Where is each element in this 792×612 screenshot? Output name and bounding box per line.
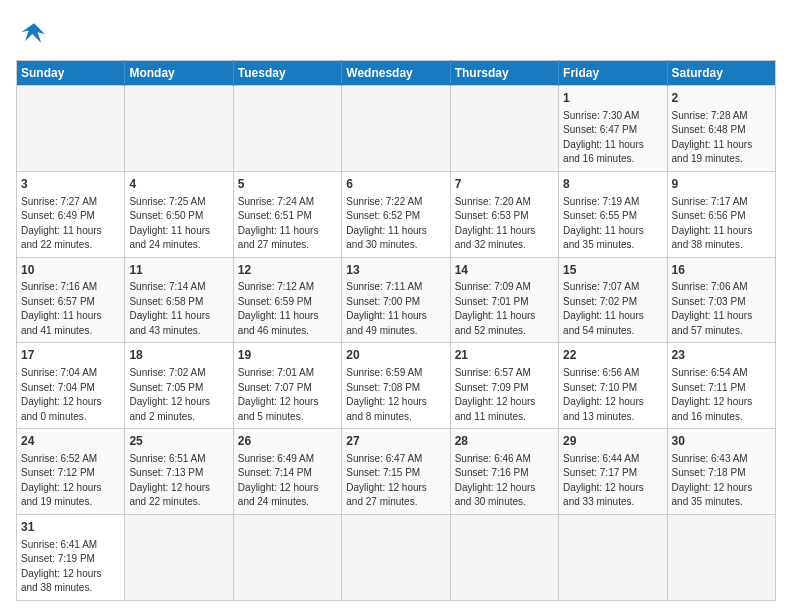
calendar-day-cell: 10Sunrise: 7:16 AM Sunset: 6:57 PM Dayli…	[17, 257, 125, 343]
calendar-day-cell	[667, 514, 775, 600]
day-info: Sunrise: 7:14 AM Sunset: 6:58 PM Dayligh…	[129, 280, 228, 338]
weekday-header-row: SundayMondayTuesdayWednesdayThursdayFrid…	[17, 61, 776, 86]
day-info: Sunrise: 7:28 AM Sunset: 6:48 PM Dayligh…	[672, 109, 771, 167]
day-info: Sunrise: 7:04 AM Sunset: 7:04 PM Dayligh…	[21, 366, 120, 424]
day-info: Sunrise: 6:56 AM Sunset: 7:10 PM Dayligh…	[563, 366, 662, 424]
calendar-day-cell: 22Sunrise: 6:56 AM Sunset: 7:10 PM Dayli…	[559, 343, 667, 429]
calendar-day-cell: 17Sunrise: 7:04 AM Sunset: 7:04 PM Dayli…	[17, 343, 125, 429]
day-info: Sunrise: 7:27 AM Sunset: 6:49 PM Dayligh…	[21, 195, 120, 253]
day-number: 16	[672, 262, 771, 279]
day-info: Sunrise: 7:11 AM Sunset: 7:00 PM Dayligh…	[346, 280, 445, 338]
day-number: 4	[129, 176, 228, 193]
calendar-day-cell	[342, 86, 450, 172]
day-number: 31	[21, 519, 120, 536]
day-number: 5	[238, 176, 337, 193]
day-number: 7	[455, 176, 554, 193]
calendar-week-row: 1Sunrise: 7:30 AM Sunset: 6:47 PM Daylig…	[17, 86, 776, 172]
weekday-header: Tuesday	[233, 61, 341, 86]
calendar-day-cell: 16Sunrise: 7:06 AM Sunset: 7:03 PM Dayli…	[667, 257, 775, 343]
calendar-day-cell: 30Sunrise: 6:43 AM Sunset: 7:18 PM Dayli…	[667, 429, 775, 515]
day-info: Sunrise: 6:54 AM Sunset: 7:11 PM Dayligh…	[672, 366, 771, 424]
logo-icon	[16, 16, 52, 52]
day-number: 2	[672, 90, 771, 107]
calendar-day-cell	[450, 86, 558, 172]
calendar-day-cell: 4Sunrise: 7:25 AM Sunset: 6:50 PM Daylig…	[125, 171, 233, 257]
day-info: Sunrise: 7:20 AM Sunset: 6:53 PM Dayligh…	[455, 195, 554, 253]
day-info: Sunrise: 7:01 AM Sunset: 7:07 PM Dayligh…	[238, 366, 337, 424]
calendar-table: SundayMondayTuesdayWednesdayThursdayFrid…	[16, 60, 776, 601]
day-number: 8	[563, 176, 662, 193]
calendar-week-row: 31Sunrise: 6:41 AM Sunset: 7:19 PM Dayli…	[17, 514, 776, 600]
logo	[16, 16, 56, 52]
day-number: 18	[129, 347, 228, 364]
calendar-day-cell: 9Sunrise: 7:17 AM Sunset: 6:56 PM Daylig…	[667, 171, 775, 257]
calendar-day-cell: 29Sunrise: 6:44 AM Sunset: 7:17 PM Dayli…	[559, 429, 667, 515]
day-info: Sunrise: 7:06 AM Sunset: 7:03 PM Dayligh…	[672, 280, 771, 338]
calendar-day-cell: 7Sunrise: 7:20 AM Sunset: 6:53 PM Daylig…	[450, 171, 558, 257]
day-info: Sunrise: 7:16 AM Sunset: 6:57 PM Dayligh…	[21, 280, 120, 338]
day-number: 21	[455, 347, 554, 364]
day-info: Sunrise: 7:12 AM Sunset: 6:59 PM Dayligh…	[238, 280, 337, 338]
calendar-day-cell: 21Sunrise: 6:57 AM Sunset: 7:09 PM Dayli…	[450, 343, 558, 429]
calendar-day-cell: 11Sunrise: 7:14 AM Sunset: 6:58 PM Dayli…	[125, 257, 233, 343]
svg-marker-0	[21, 23, 44, 43]
weekday-header: Wednesday	[342, 61, 450, 86]
calendar-day-cell: 27Sunrise: 6:47 AM Sunset: 7:15 PM Dayli…	[342, 429, 450, 515]
calendar-day-cell: 19Sunrise: 7:01 AM Sunset: 7:07 PM Dayli…	[233, 343, 341, 429]
calendar-day-cell: 3Sunrise: 7:27 AM Sunset: 6:49 PM Daylig…	[17, 171, 125, 257]
day-number: 29	[563, 433, 662, 450]
calendar-day-cell	[233, 86, 341, 172]
weekday-header: Saturday	[667, 61, 775, 86]
day-info: Sunrise: 6:41 AM Sunset: 7:19 PM Dayligh…	[21, 538, 120, 596]
day-number: 30	[672, 433, 771, 450]
day-info: Sunrise: 7:02 AM Sunset: 7:05 PM Dayligh…	[129, 366, 228, 424]
day-info: Sunrise: 7:19 AM Sunset: 6:55 PM Dayligh…	[563, 195, 662, 253]
day-number: 14	[455, 262, 554, 279]
calendar-day-cell	[559, 514, 667, 600]
weekday-header: Monday	[125, 61, 233, 86]
calendar-day-cell: 24Sunrise: 6:52 AM Sunset: 7:12 PM Dayli…	[17, 429, 125, 515]
calendar-day-cell: 12Sunrise: 7:12 AM Sunset: 6:59 PM Dayli…	[233, 257, 341, 343]
day-info: Sunrise: 7:25 AM Sunset: 6:50 PM Dayligh…	[129, 195, 228, 253]
calendar-day-cell: 6Sunrise: 7:22 AM Sunset: 6:52 PM Daylig…	[342, 171, 450, 257]
day-info: Sunrise: 6:44 AM Sunset: 7:17 PM Dayligh…	[563, 452, 662, 510]
calendar-day-cell: 26Sunrise: 6:49 AM Sunset: 7:14 PM Dayli…	[233, 429, 341, 515]
calendar-day-cell	[342, 514, 450, 600]
day-number: 10	[21, 262, 120, 279]
day-number: 11	[129, 262, 228, 279]
day-info: Sunrise: 6:57 AM Sunset: 7:09 PM Dayligh…	[455, 366, 554, 424]
weekday-header: Thursday	[450, 61, 558, 86]
day-info: Sunrise: 6:47 AM Sunset: 7:15 PM Dayligh…	[346, 452, 445, 510]
day-number: 20	[346, 347, 445, 364]
day-number: 22	[563, 347, 662, 364]
calendar-day-cell: 14Sunrise: 7:09 AM Sunset: 7:01 PM Dayli…	[450, 257, 558, 343]
calendar-day-cell: 5Sunrise: 7:24 AM Sunset: 6:51 PM Daylig…	[233, 171, 341, 257]
day-number: 1	[563, 90, 662, 107]
calendar-day-cell	[233, 514, 341, 600]
day-info: Sunrise: 7:17 AM Sunset: 6:56 PM Dayligh…	[672, 195, 771, 253]
calendar-day-cell: 25Sunrise: 6:51 AM Sunset: 7:13 PM Dayli…	[125, 429, 233, 515]
calendar-day-cell: 2Sunrise: 7:28 AM Sunset: 6:48 PM Daylig…	[667, 86, 775, 172]
day-number: 27	[346, 433, 445, 450]
day-number: 26	[238, 433, 337, 450]
calendar-day-cell: 20Sunrise: 6:59 AM Sunset: 7:08 PM Dayli…	[342, 343, 450, 429]
day-number: 3	[21, 176, 120, 193]
day-info: Sunrise: 7:30 AM Sunset: 6:47 PM Dayligh…	[563, 109, 662, 167]
calendar-week-row: 17Sunrise: 7:04 AM Sunset: 7:04 PM Dayli…	[17, 343, 776, 429]
calendar-day-cell: 28Sunrise: 6:46 AM Sunset: 7:16 PM Dayli…	[450, 429, 558, 515]
day-number: 17	[21, 347, 120, 364]
calendar-day-cell	[125, 514, 233, 600]
weekday-header: Sunday	[17, 61, 125, 86]
calendar-week-row: 3Sunrise: 7:27 AM Sunset: 6:49 PM Daylig…	[17, 171, 776, 257]
calendar-day-cell: 23Sunrise: 6:54 AM Sunset: 7:11 PM Dayli…	[667, 343, 775, 429]
weekday-header: Friday	[559, 61, 667, 86]
day-number: 25	[129, 433, 228, 450]
calendar-week-row: 24Sunrise: 6:52 AM Sunset: 7:12 PM Dayli…	[17, 429, 776, 515]
day-number: 6	[346, 176, 445, 193]
day-number: 13	[346, 262, 445, 279]
calendar-day-cell: 13Sunrise: 7:11 AM Sunset: 7:00 PM Dayli…	[342, 257, 450, 343]
day-number: 28	[455, 433, 554, 450]
day-info: Sunrise: 6:49 AM Sunset: 7:14 PM Dayligh…	[238, 452, 337, 510]
calendar-day-cell: 31Sunrise: 6:41 AM Sunset: 7:19 PM Dayli…	[17, 514, 125, 600]
calendar-day-cell: 1Sunrise: 7:30 AM Sunset: 6:47 PM Daylig…	[559, 86, 667, 172]
